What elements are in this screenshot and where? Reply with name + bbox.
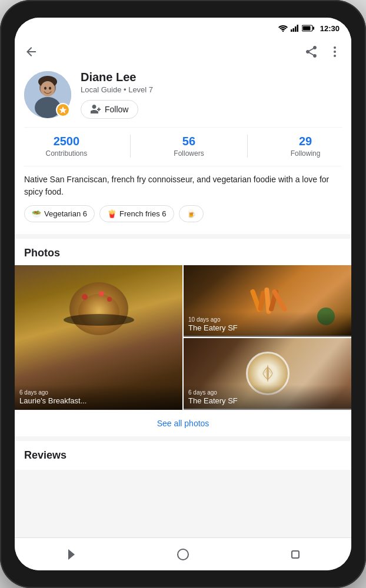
photo-time-0: 6 days ago [19, 389, 178, 396]
followers-label: Followers [174, 149, 204, 158]
profile-subtitle: Local Guide • Level 7 [81, 85, 342, 94]
profile-name: Diane Lee [81, 71, 342, 84]
photo-time-2: 6 days ago [188, 389, 347, 396]
follow-button[interactable]: Follow [81, 100, 138, 119]
local-guide-badge [56, 103, 70, 117]
followers-value: 56 [182, 135, 195, 148]
wifi-icon [278, 25, 288, 32]
tag-label-0: Vegetarian 6 [44, 209, 87, 218]
nav-back-button[interactable] [59, 543, 82, 566]
reviews-section-title: Reviews [24, 449, 342, 462]
top-bar-actions [304, 45, 342, 59]
tag-frenchfries[interactable]: 🍟 French fries 6 [99, 205, 174, 222]
avatar-container [24, 71, 71, 118]
see-all-photos-button[interactable]: See all photos [15, 410, 351, 436]
photos-section: Photos [15, 239, 351, 436]
svg-marker-18 [59, 106, 67, 113]
stats-row: 2500 Contributions 56 Followers 29 Follo… [24, 127, 342, 166]
photo-cell-0[interactable]: 6 days ago Laurie's Breakfast... [15, 265, 182, 410]
profile-info: Diane Lee Local Guide • Level 7 Follow [81, 71, 342, 119]
svg-rect-4 [297, 25, 298, 32]
photo-place-0: Laurie's Breakfast... [19, 396, 178, 405]
nav-home-icon [177, 548, 189, 561]
svg-rect-6 [312, 27, 314, 30]
reviews-section: Reviews [15, 441, 351, 470]
more-options-button[interactable] [328, 45, 342, 59]
nav-recents-icon [289, 548, 302, 561]
svg-point-17 [49, 87, 51, 90]
svg-point-15 [41, 81, 55, 96]
photos-section-title: Photos [15, 239, 351, 265]
stat-following[interactable]: 29 Following [291, 135, 321, 158]
tags-row: 🥗 Vegetarian 6 🍟 French fries 6 🍺 [24, 205, 342, 225]
signal-icon [291, 25, 299, 32]
share-button[interactable] [304, 45, 318, 59]
svg-rect-7 [302, 26, 310, 31]
svg-point-20 [178, 549, 188, 560]
svg-point-8 [334, 46, 336, 49]
svg-point-9 [334, 51, 336, 53]
tag-label-1: French fries 6 [119, 209, 166, 218]
status-bar: 12:30 [15, 18, 351, 39]
following-value: 29 [299, 135, 312, 148]
photo-overlay-0: 6 days ago Laurie's Breakfast... [15, 385, 182, 410]
following-label: Following [291, 149, 321, 158]
top-bar [15, 39, 351, 64]
svg-marker-19 [68, 549, 75, 560]
phone-frame: 12:30 [0, 0, 366, 588]
bio-text: Native San Franciscan, french fry connoi… [24, 173, 342, 198]
add-person-icon [91, 104, 101, 115]
profile-section: Diane Lee Local Guide • Level 7 Follow [15, 64, 351, 234]
tag-emoji-1: 🍟 [107, 209, 117, 218]
stat-divider-1 [130, 135, 131, 158]
contributions-value: 2500 [54, 135, 80, 148]
photo-overlay-1: 10 days ago The Eatery SF [184, 312, 351, 337]
photo-time-1: 10 days ago [188, 316, 347, 323]
status-icons: 12:30 [278, 24, 340, 33]
nav-back-icon [64, 548, 77, 561]
svg-point-0 [282, 31, 284, 32]
tag-beer[interactable]: 🍺 [179, 205, 204, 222]
photo-overlay-2: 6 days ago The Eatery SF [184, 385, 351, 410]
photo-place-2: The Eatery SF [188, 396, 347, 405]
svg-point-16 [44, 87, 46, 90]
tag-emoji-0: 🥗 [32, 209, 41, 218]
screen-content[interactable]: Diane Lee Local Guide • Level 7 Follow [15, 39, 351, 537]
svg-rect-3 [295, 26, 297, 32]
phone-screen: 12:30 [15, 18, 351, 570]
tag-emoji-2: 🍺 [187, 209, 196, 218]
follow-label: Follow [105, 105, 128, 114]
svg-rect-1 [291, 29, 292, 32]
contributions-label: Contributions [46, 149, 88, 158]
stat-followers[interactable]: 56 Followers [174, 135, 204, 158]
time-display: 12:30 [320, 24, 340, 33]
svg-point-10 [334, 55, 336, 57]
photo-cell-1[interactable]: 10 days ago The Eatery SF [184, 265, 351, 337]
back-button[interactable] [24, 45, 38, 59]
tag-vegetarian[interactable]: 🥗 Vegetarian 6 [24, 205, 95, 222]
nav-recents-button[interactable] [284, 543, 307, 566]
svg-rect-2 [292, 28, 294, 32]
battery-icon [302, 25, 315, 32]
nav-home-button[interactable] [171, 543, 195, 566]
svg-rect-21 [292, 551, 299, 558]
see-all-label: See all photos [157, 419, 209, 428]
bottom-nav [15, 537, 351, 570]
star-icon [59, 106, 67, 114]
photos-grid: 6 days ago Laurie's Breakfast... [15, 265, 351, 410]
stat-divider-2 [247, 135, 248, 158]
photo-cell-2[interactable]: 6 days ago The Eatery SF [184, 338, 351, 410]
photo-place-1: The Eatery SF [188, 323, 347, 332]
profile-header: Diane Lee Local Guide • Level 7 Follow [24, 71, 342, 119]
stat-contributions[interactable]: 2500 Contributions [46, 135, 88, 158]
